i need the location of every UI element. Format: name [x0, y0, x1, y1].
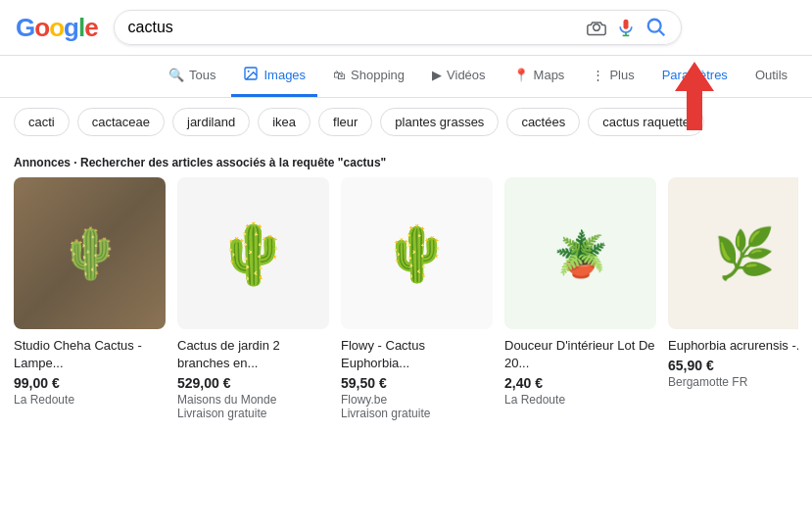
svg-point-7 — [248, 71, 250, 72]
product-shipping-2: Livraison gratuite — [177, 407, 329, 420]
tab-tous[interactable]: 🔍 Tous — [157, 58, 227, 95]
ads-label: Annonces · Rechercher des articles assoc… — [14, 156, 798, 169]
google-logo: Google — [16, 13, 98, 43]
product-seller-2: Maisons du Monde — [177, 393, 329, 407]
tab-parametres[interactable]: Paramètres — [650, 58, 740, 95]
chip-cacti[interactable]: cacti — [14, 108, 70, 136]
product-price-2: 529,00 € — [177, 375, 329, 391]
product-price-3: 59,50 € — [341, 375, 493, 391]
chip-cactees[interactable]: cactées — [506, 108, 580, 136]
dots-icon: ⋮ — [592, 68, 604, 82]
product-price-5: 65,90 € — [668, 358, 798, 373]
tab-outils[interactable]: Outils — [743, 58, 799, 95]
product-image-2 — [177, 177, 329, 329]
product-image-4 — [504, 177, 656, 329]
svg-line-5 — [659, 30, 664, 35]
product-card-3[interactable]: Flowy - Cactus Euphorbia... 59,50 € Flow… — [341, 177, 493, 420]
chip-jardiland[interactable]: jardiland — [172, 108, 250, 136]
tab-videos[interactable]: ▶ Vidéos — [420, 58, 498, 95]
product-price-1: 99,00 € — [14, 375, 166, 391]
product-title-2: Cactus de jardin 2 branches en... — [177, 337, 329, 372]
product-title-4: Douceur D'intérieur Lot De 20... — [504, 337, 656, 372]
maps-icon: 📍 — [513, 68, 529, 82]
header: Google — [0, 0, 812, 56]
svg-rect-1 — [623, 20, 628, 29]
search-icon: 🔍 — [168, 68, 184, 82]
chip-cactus-raquette[interactable]: cactus raquette — [588, 108, 704, 136]
product-image-5 — [668, 177, 798, 329]
product-title-5: Euphorbia acrurensis -... — [668, 337, 798, 355]
tab-maps[interactable]: 📍 Maps — [502, 58, 577, 95]
svg-point-4 — [647, 20, 660, 32]
svg-point-0 — [593, 24, 599, 31]
product-image-3 — [341, 177, 493, 329]
product-card-1[interactable]: Studio Cheha Cactus - Lampe... 99,00 € L… — [14, 177, 166, 420]
product-seller-3: Flowy.be — [341, 393, 493, 407]
chip-plantes-grasses[interactable]: plantes grasses — [380, 108, 499, 136]
camera-search-button[interactable] — [587, 18, 606, 37]
images-icon — [243, 66, 259, 84]
content-area: Annonces · Rechercher des articles assoc… — [0, 146, 812, 430]
chips-row: cacti cactaceae jardiland ikea fleur pla… — [0, 98, 812, 146]
product-price-4: 2,40 € — [504, 375, 656, 391]
product-seller-1: La Redoute — [14, 393, 166, 407]
product-image-1 — [14, 177, 166, 329]
tab-plus[interactable]: ⋮ Plus — [580, 58, 645, 95]
product-card-2[interactable]: Cactus de jardin 2 branches en... 529,00… — [177, 177, 329, 420]
product-seller-4: La Redoute — [504, 393, 656, 407]
tab-shopping[interactable]: 🛍 Shopping — [321, 58, 416, 95]
search-bar — [114, 10, 682, 45]
product-title-1: Studio Cheha Cactus - Lampe... — [14, 337, 166, 372]
search-button[interactable] — [645, 17, 667, 38]
search-input[interactable] — [128, 19, 587, 36]
chip-ikea[interactable]: ikea — [258, 108, 310, 136]
chip-cactaceae[interactable]: cactaceae — [77, 108, 165, 136]
tab-images[interactable]: Images — [231, 56, 317, 97]
voice-search-button[interactable] — [616, 18, 636, 37]
product-card-4[interactable]: Douceur D'intérieur Lot De 20... 2,40 € … — [504, 177, 656, 420]
chip-fleur[interactable]: fleur — [318, 108, 372, 136]
product-title-3: Flowy - Cactus Euphorbia... — [341, 337, 493, 372]
shopping-icon: 🛍 — [333, 68, 346, 82]
nav-tabs: 🔍 Tous Images 🛍 Shopping ▶ Vidéos 📍 Maps… — [0, 56, 812, 98]
product-card-5[interactable]: Euphorbia acrurensis -... 65,90 € Bergam… — [668, 177, 798, 420]
products-grid: Studio Cheha Cactus - Lampe... 99,00 € L… — [14, 177, 798, 420]
product-shipping-3: Livraison gratuite — [341, 407, 493, 420]
product-seller-5: Bergamotte FR — [668, 375, 798, 389]
videos-icon: ▶ — [432, 68, 442, 82]
